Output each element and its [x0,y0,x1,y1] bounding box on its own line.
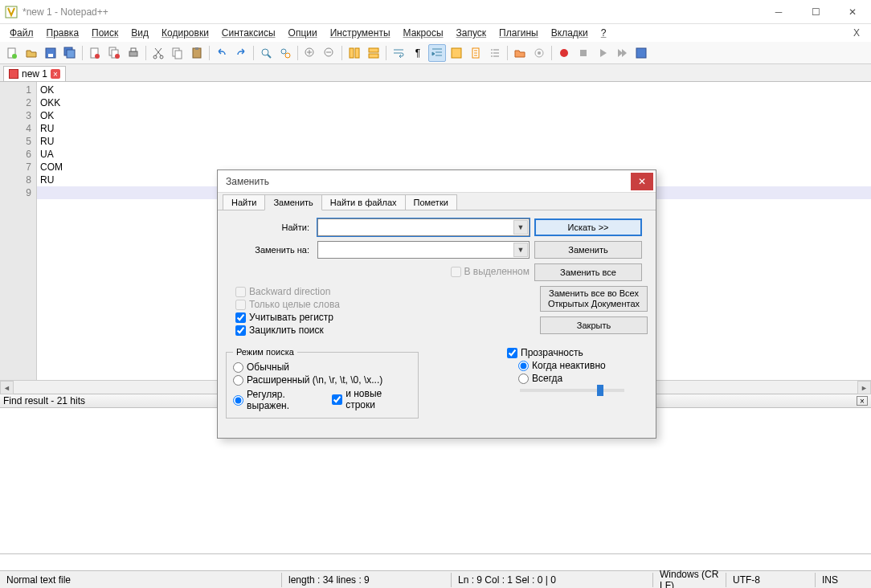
wrap-checkbox[interactable]: Зациклить поиск [235,325,534,336]
tb-zoomin-icon[interactable] [301,44,319,62]
transparency-on-lose-focus-radio[interactable]: Когда неактивно [518,360,636,371]
document-tab[interactable]: new 1 × [3,66,66,81]
mode-normal-radio[interactable]: Обычный [233,361,411,373]
tb-indent-icon[interactable] [428,44,446,62]
line-number: 8 [0,174,31,186]
tb-open-icon[interactable] [22,44,40,62]
tb-closeall-icon[interactable] [105,44,123,62]
tb-record-icon[interactable] [555,44,573,62]
maximize-button[interactable]: ☐ [797,0,834,24]
replace-button[interactable]: Заменить [534,241,642,259]
replace-all-button[interactable]: Заменить все [534,263,642,281]
close-button[interactable]: ✕ [834,0,871,24]
search-button[interactable]: Искать >> [534,218,642,236]
tb-allchars-icon[interactable]: ¶ [409,44,427,62]
find-input[interactable]: ▼ [317,218,530,236]
menu-bar: Файл Правка Поиск Вид Кодировки Синтакси… [0,24,871,42]
scroll-left-icon[interactable]: ◄ [0,381,14,394]
svg-rect-26 [355,48,359,58]
menu-file[interactable]: Файл [3,26,40,40]
tb-find-icon[interactable] [257,44,275,62]
tb-sync-h-icon[interactable] [365,44,382,62]
panel-close-icon[interactable]: × [857,396,868,406]
dialog-title-bar[interactable]: Заменить ✕ [218,170,656,193]
menu-help[interactable]: ? [595,26,613,40]
code-line: OK [40,84,871,96]
line-number: 4 [0,122,31,135]
close-tab-icon[interactable]: × [51,69,60,79]
minimize-button[interactable]: ─ [760,0,797,24]
svg-point-11 [115,54,120,59]
line-number: 2 [0,96,31,109]
menu-plugins[interactable]: Плагины [493,26,545,40]
tb-folder-icon[interactable] [511,44,529,62]
scroll-right-icon[interactable]: ► [857,381,871,394]
tb-cut-icon[interactable] [149,44,167,62]
status-length: length : 34 lines : 9 [282,574,451,586]
tb-print-icon[interactable] [125,44,142,62]
tab-find[interactable]: Найти [223,194,265,210]
menu-encoding[interactable]: Кодировки [155,26,215,40]
tb-docmap-icon[interactable] [467,44,485,62]
tab-find-in-files[interactable]: Найти в файлах [321,194,406,210]
dot-newline-checkbox[interactable]: и новые строки [332,388,411,410]
svg-rect-27 [369,48,378,52]
menu-macros[interactable]: Макросы [397,26,450,40]
svg-point-32 [538,51,541,55]
match-case-checkbox[interactable]: Учитывать регистр [235,312,534,323]
line-number: 6 [0,148,31,161]
search-mode-legend: Режим поиска [233,347,297,357]
tab-replace[interactable]: Заменить [264,194,321,210]
replace-all-open-button[interactable]: Заменить все во Всех Открытых Документах [540,286,648,312]
tb-wordwrap-icon[interactable] [390,44,407,62]
transparency-checkbox[interactable]: Прозрачность [507,347,636,358]
close-dialog-button[interactable]: Закрыть [540,316,648,334]
tb-funclist-icon[interactable] [486,44,504,62]
menu-syntax[interactable]: Синтаксисы [215,26,282,40]
menu-view[interactable]: Вид [125,26,155,40]
tb-undo-icon[interactable] [213,44,231,62]
menu-search[interactable]: Поиск [85,26,125,40]
tb-saveall-icon[interactable] [61,44,79,62]
tb-sync-v-icon[interactable] [346,44,363,62]
dropdown-icon[interactable]: ▼ [513,243,528,257]
menu-run[interactable]: Запуск [450,26,493,40]
menu-options[interactable]: Опции [282,26,324,40]
dialog-close-button[interactable]: ✕ [631,173,653,190]
menu-edit[interactable]: Правка [40,26,86,40]
tb-new-icon[interactable] [3,44,21,62]
tb-redo-icon[interactable] [232,44,250,62]
code-line: RU [40,135,871,148]
menubar-close[interactable]: X [845,26,868,40]
mode-extended-radio[interactable]: Расширенный (\n, \r, \t, \0, \x...) [233,374,411,386]
menu-tabs[interactable]: Вкладки [545,26,595,40]
tb-close-icon[interactable] [86,44,104,62]
menu-tools[interactable]: Инструменты [324,26,397,40]
tb-monitor-icon[interactable] [530,44,548,62]
dialog-body: Найти: ▼ Искать >> Заменить на: ▼ Замени… [218,210,656,423]
transparency-slider[interactable] [520,389,624,392]
transparency-always-radio[interactable]: Всегда [518,373,636,384]
tb-playmulti-icon[interactable] [613,44,631,62]
dialog-title: Заменить [226,176,631,187]
tab-marks[interactable]: Пометки [405,194,457,210]
tb-replace-icon[interactable] [276,44,294,62]
svg-point-20 [262,49,268,55]
mode-regex-radio[interactable]: Регуляр. выражен. [233,389,327,411]
tb-play-icon[interactable] [594,44,611,62]
tb-savemacro-icon[interactable] [632,44,650,62]
tb-userlang-icon[interactable] [448,44,465,62]
tb-zoomout-icon[interactable] [321,44,338,62]
replace-input[interactable]: ▼ [317,241,530,259]
status-encoding: UTF-8 [726,574,815,586]
tb-stop-icon[interactable] [575,44,592,62]
app-icon [5,6,18,18]
status-ins: INS [816,574,844,586]
dropdown-icon[interactable]: ▼ [513,220,528,235]
svg-point-8 [95,54,100,59]
slider-thumb[interactable] [597,385,603,396]
tb-paste-icon[interactable] [188,44,206,62]
tb-save-icon[interactable] [42,44,59,62]
window-title: *new 1 - Notepad++ [22,6,760,18]
tb-copy-icon[interactable] [169,44,186,62]
